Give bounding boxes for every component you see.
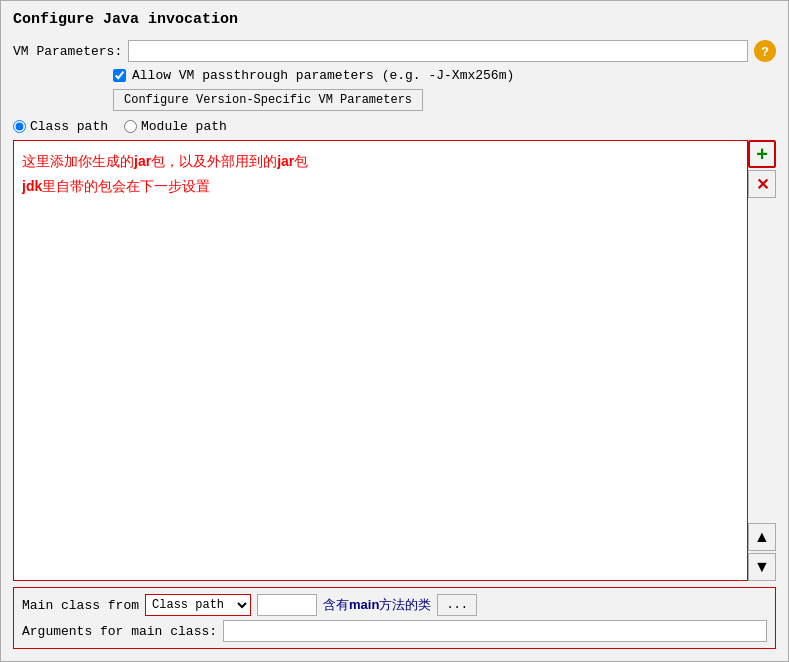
down-button[interactable]: ▼ bbox=[748, 553, 776, 581]
radio-row: Class path Module path bbox=[13, 119, 776, 134]
remove-button[interactable]: ✕ bbox=[748, 170, 776, 198]
class-path-option[interactable]: Class path bbox=[13, 119, 108, 134]
vm-params-label: VM Parameters: bbox=[13, 44, 122, 59]
allow-vm-row: Allow VM passthrough parameters (e.g. -J… bbox=[13, 68, 776, 83]
up-button[interactable]: ▲ bbox=[748, 523, 776, 551]
remove-icon: ✕ bbox=[756, 175, 769, 194]
down-icon: ▼ bbox=[754, 558, 770, 576]
main-class-from-label: Main class from bbox=[22, 598, 139, 613]
main-class-row: Main class from Class path Module path 含… bbox=[22, 594, 767, 616]
add-button[interactable]: + bbox=[748, 140, 776, 168]
allow-vm-label[interactable]: Allow VM passthrough parameters (e.g. -J… bbox=[132, 68, 514, 83]
allow-vm-checkbox[interactable] bbox=[113, 69, 126, 82]
main-class-hint: 含有main方法的类 bbox=[323, 596, 431, 614]
help-button[interactable]: ? bbox=[754, 40, 776, 62]
classpath-area-wrapper: 这里添加你生成的jar包，以及外部用到的jar包 jdk里自带的包会在下一步设置… bbox=[13, 140, 776, 581]
browse-button[interactable]: ... bbox=[437, 594, 477, 616]
module-path-radio[interactable] bbox=[124, 120, 137, 133]
configure-version-row: Configure Version-Specific VM Parameters bbox=[13, 89, 776, 111]
up-icon: ▲ bbox=[754, 528, 770, 546]
plus-icon: + bbox=[756, 143, 768, 166]
classpath-annotation-line2: jdk里自带的包会在下一步设置 bbox=[22, 174, 739, 199]
vm-params-row: VM Parameters: ? bbox=[13, 40, 776, 62]
classpath-select[interactable]: Class path Module path bbox=[145, 594, 251, 616]
side-buttons: + ✕ ▲ ▼ bbox=[748, 140, 776, 581]
main-class-input[interactable] bbox=[257, 594, 317, 616]
configure-version-button[interactable]: Configure Version-Specific VM Parameters bbox=[113, 89, 423, 111]
bottom-section: Main class from Class path Module path 含… bbox=[13, 587, 776, 649]
class-path-radio[interactable] bbox=[13, 120, 26, 133]
classpath-annotation-line1: 这里添加你生成的jar包，以及外部用到的jar包 bbox=[22, 149, 739, 174]
configure-java-dialog: Configure Java invocation VM Parameters:… bbox=[0, 0, 789, 662]
args-row: Arguments for main class: bbox=[22, 620, 767, 642]
module-path-option[interactable]: Module path bbox=[124, 119, 227, 134]
dialog-title: Configure Java invocation bbox=[13, 11, 776, 28]
args-label: Arguments for main class: bbox=[22, 624, 217, 639]
args-input[interactable] bbox=[223, 620, 767, 642]
module-path-label: Module path bbox=[141, 119, 227, 134]
classpath-area[interactable]: 这里添加你生成的jar包，以及外部用到的jar包 jdk里自带的包会在下一步设置 bbox=[13, 140, 748, 581]
vm-params-input[interactable] bbox=[128, 40, 748, 62]
class-path-label: Class path bbox=[30, 119, 108, 134]
